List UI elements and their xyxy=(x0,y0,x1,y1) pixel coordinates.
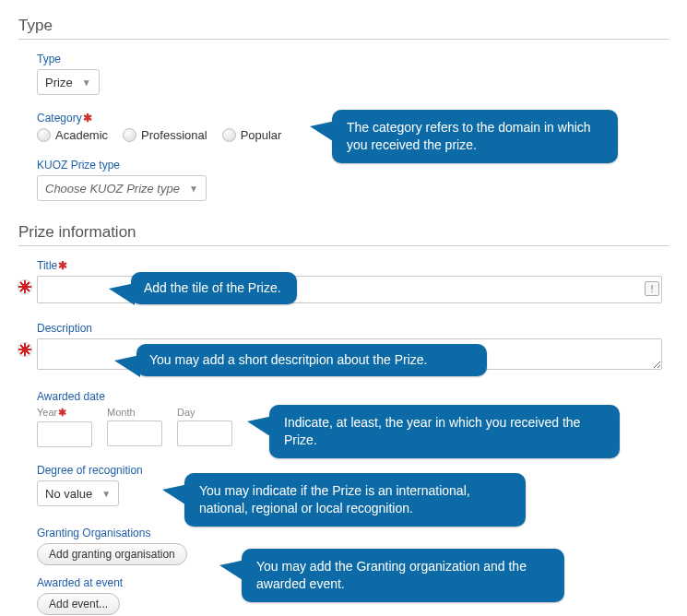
add-event-button[interactable]: Add event... xyxy=(37,593,120,615)
radio-label: Popular xyxy=(241,128,282,142)
tooltip-category: The category refers to the domain in whi… xyxy=(332,110,618,163)
month-input[interactable] xyxy=(107,421,162,446)
section-heading-prize-info: Prize information xyxy=(18,223,669,242)
category-radio-popular[interactable]: Popular xyxy=(222,128,282,142)
kuoz-select[interactable]: Choose KUOZ Prize type ▼ xyxy=(37,175,207,201)
add-granting-organisation-button[interactable]: Add granting organisation xyxy=(37,543,187,565)
tooltip-title: Add the tile of the Prize. xyxy=(131,272,297,304)
description-label: Description xyxy=(37,322,669,335)
tooltip-degree: You may indicate if the Prize is an inte… xyxy=(184,473,526,527)
category-label-text: Category xyxy=(37,112,82,124)
radio-icon xyxy=(123,128,136,142)
degree-select-value: No value xyxy=(45,487,92,501)
category-radio-academic[interactable]: Academic xyxy=(37,128,108,142)
required-icon: ✱ xyxy=(83,112,92,124)
type-select[interactable]: Prize ▼ xyxy=(37,69,100,95)
year-label: Year✱ xyxy=(37,407,92,419)
title-label-text: Title xyxy=(37,259,57,272)
button-label: Add granting organisation xyxy=(49,548,175,561)
year-label-text: Year xyxy=(37,407,57,418)
month-label: Month xyxy=(107,407,162,418)
degree-select[interactable]: No value ▼ xyxy=(37,480,119,506)
uk-flag-icon xyxy=(18,342,32,357)
radio-icon xyxy=(37,128,51,142)
day-label: Day xyxy=(177,407,232,418)
title-label: Title✱ xyxy=(37,259,669,272)
section-heading-type: Type xyxy=(18,17,669,35)
radio-icon xyxy=(222,128,236,142)
day-input[interactable] xyxy=(177,421,232,446)
tooltip-date: Indicate, at least, the year in which yo… xyxy=(269,405,620,458)
uk-flag-icon xyxy=(18,279,32,294)
radio-label: Academic xyxy=(55,128,108,142)
year-input[interactable] xyxy=(37,421,92,447)
required-icon: ✱ xyxy=(58,407,66,418)
type-label: Type xyxy=(37,53,669,65)
category-radio-professional[interactable]: Professional xyxy=(123,128,207,142)
divider xyxy=(18,245,669,246)
alert-icon: ! xyxy=(645,281,659,296)
tooltip-description: You may add a short descritpion about th… xyxy=(136,344,487,376)
divider xyxy=(18,39,669,40)
awarded-date-label: Awarded date xyxy=(37,390,669,403)
type-select-value: Prize xyxy=(45,76,73,89)
chevron-down-icon: ▼ xyxy=(101,489,111,499)
required-icon: ✱ xyxy=(58,259,67,272)
granting-org-label: Granting Organisations xyxy=(37,527,669,539)
radio-label: Professional xyxy=(141,128,207,142)
kuoz-select-value: Choose KUOZ Prize type xyxy=(45,182,180,195)
button-label: Add event... xyxy=(49,598,108,610)
chevron-down-icon: ▼ xyxy=(82,77,91,88)
tooltip-granting: You may add the Granting organization an… xyxy=(242,549,564,602)
chevron-down-icon: ▼ xyxy=(189,184,198,194)
